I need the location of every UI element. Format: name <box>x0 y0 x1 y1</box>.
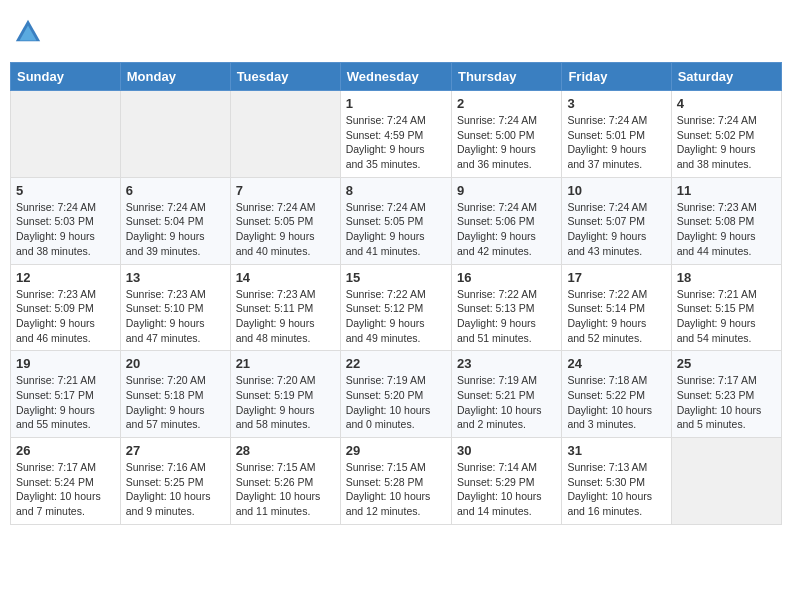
day-info: Sunrise: 7:24 AM Sunset: 5:07 PM Dayligh… <box>567 200 665 259</box>
calendar-cell: 14Sunrise: 7:23 AM Sunset: 5:11 PM Dayli… <box>230 264 340 351</box>
logo-icon <box>14 18 42 46</box>
day-info: Sunrise: 7:21 AM Sunset: 5:17 PM Dayligh… <box>16 373 115 432</box>
calendar-header-sunday: Sunday <box>11 63 121 91</box>
calendar-cell: 30Sunrise: 7:14 AM Sunset: 5:29 PM Dayli… <box>451 438 561 525</box>
calendar-cell <box>11 91 121 178</box>
day-number: 7 <box>236 183 335 198</box>
day-number: 14 <box>236 270 335 285</box>
calendar-cell: 22Sunrise: 7:19 AM Sunset: 5:20 PM Dayli… <box>340 351 451 438</box>
calendar-cell: 17Sunrise: 7:22 AM Sunset: 5:14 PM Dayli… <box>562 264 671 351</box>
page-header <box>10 10 782 54</box>
calendar-header-row: SundayMondayTuesdayWednesdayThursdayFrid… <box>11 63 782 91</box>
day-info: Sunrise: 7:17 AM Sunset: 5:23 PM Dayligh… <box>677 373 776 432</box>
calendar-cell: 24Sunrise: 7:18 AM Sunset: 5:22 PM Dayli… <box>562 351 671 438</box>
calendar-cell: 3Sunrise: 7:24 AM Sunset: 5:01 PM Daylig… <box>562 91 671 178</box>
day-number: 24 <box>567 356 665 371</box>
day-info: Sunrise: 7:24 AM Sunset: 5:00 PM Dayligh… <box>457 113 556 172</box>
calendar-cell: 1Sunrise: 7:24 AM Sunset: 4:59 PM Daylig… <box>340 91 451 178</box>
calendar-cell: 2Sunrise: 7:24 AM Sunset: 5:00 PM Daylig… <box>451 91 561 178</box>
calendar-cell: 16Sunrise: 7:22 AM Sunset: 5:13 PM Dayli… <box>451 264 561 351</box>
calendar-cell: 4Sunrise: 7:24 AM Sunset: 5:02 PM Daylig… <box>671 91 781 178</box>
day-number: 15 <box>346 270 446 285</box>
day-info: Sunrise: 7:14 AM Sunset: 5:29 PM Dayligh… <box>457 460 556 519</box>
calendar-week-row: 1Sunrise: 7:24 AM Sunset: 4:59 PM Daylig… <box>11 91 782 178</box>
day-number: 20 <box>126 356 225 371</box>
day-number: 26 <box>16 443 115 458</box>
day-info: Sunrise: 7:21 AM Sunset: 5:15 PM Dayligh… <box>677 287 776 346</box>
day-info: Sunrise: 7:17 AM Sunset: 5:24 PM Dayligh… <box>16 460 115 519</box>
calendar-header-tuesday: Tuesday <box>230 63 340 91</box>
day-info: Sunrise: 7:18 AM Sunset: 5:22 PM Dayligh… <box>567 373 665 432</box>
day-number: 4 <box>677 96 776 111</box>
day-number: 11 <box>677 183 776 198</box>
calendar-cell: 15Sunrise: 7:22 AM Sunset: 5:12 PM Dayli… <box>340 264 451 351</box>
day-number: 19 <box>16 356 115 371</box>
day-info: Sunrise: 7:24 AM Sunset: 5:04 PM Dayligh… <box>126 200 225 259</box>
calendar-cell: 6Sunrise: 7:24 AM Sunset: 5:04 PM Daylig… <box>120 177 230 264</box>
calendar-cell: 26Sunrise: 7:17 AM Sunset: 5:24 PM Dayli… <box>11 438 121 525</box>
day-info: Sunrise: 7:23 AM Sunset: 5:09 PM Dayligh… <box>16 287 115 346</box>
calendar-cell: 18Sunrise: 7:21 AM Sunset: 5:15 PM Dayli… <box>671 264 781 351</box>
calendar-cell: 31Sunrise: 7:13 AM Sunset: 5:30 PM Dayli… <box>562 438 671 525</box>
day-info: Sunrise: 7:23 AM Sunset: 5:08 PM Dayligh… <box>677 200 776 259</box>
calendar-cell <box>230 91 340 178</box>
day-info: Sunrise: 7:20 AM Sunset: 5:18 PM Dayligh… <box>126 373 225 432</box>
calendar-cell: 8Sunrise: 7:24 AM Sunset: 5:05 PM Daylig… <box>340 177 451 264</box>
calendar-cell: 23Sunrise: 7:19 AM Sunset: 5:21 PM Dayli… <box>451 351 561 438</box>
calendar-cell: 21Sunrise: 7:20 AM Sunset: 5:19 PM Dayli… <box>230 351 340 438</box>
day-info: Sunrise: 7:20 AM Sunset: 5:19 PM Dayligh… <box>236 373 335 432</box>
day-info: Sunrise: 7:24 AM Sunset: 5:01 PM Dayligh… <box>567 113 665 172</box>
day-number: 16 <box>457 270 556 285</box>
calendar-cell <box>120 91 230 178</box>
day-number: 6 <box>126 183 225 198</box>
day-info: Sunrise: 7:24 AM Sunset: 5:05 PM Dayligh… <box>346 200 446 259</box>
day-info: Sunrise: 7:22 AM Sunset: 5:14 PM Dayligh… <box>567 287 665 346</box>
day-info: Sunrise: 7:24 AM Sunset: 5:02 PM Dayligh… <box>677 113 776 172</box>
calendar-cell: 27Sunrise: 7:16 AM Sunset: 5:25 PM Dayli… <box>120 438 230 525</box>
day-number: 29 <box>346 443 446 458</box>
day-number: 17 <box>567 270 665 285</box>
day-number: 1 <box>346 96 446 111</box>
calendar-cell: 29Sunrise: 7:15 AM Sunset: 5:28 PM Dayli… <box>340 438 451 525</box>
calendar-cell: 9Sunrise: 7:24 AM Sunset: 5:06 PM Daylig… <box>451 177 561 264</box>
day-info: Sunrise: 7:23 AM Sunset: 5:10 PM Dayligh… <box>126 287 225 346</box>
calendar-cell: 7Sunrise: 7:24 AM Sunset: 5:05 PM Daylig… <box>230 177 340 264</box>
calendar-week-row: 19Sunrise: 7:21 AM Sunset: 5:17 PM Dayli… <box>11 351 782 438</box>
calendar-header-friday: Friday <box>562 63 671 91</box>
day-number: 2 <box>457 96 556 111</box>
calendar-week-row: 26Sunrise: 7:17 AM Sunset: 5:24 PM Dayli… <box>11 438 782 525</box>
day-number: 5 <box>16 183 115 198</box>
calendar-cell <box>671 438 781 525</box>
calendar-header-thursday: Thursday <box>451 63 561 91</box>
calendar-week-row: 12Sunrise: 7:23 AM Sunset: 5:09 PM Dayli… <box>11 264 782 351</box>
day-number: 21 <box>236 356 335 371</box>
day-number: 27 <box>126 443 225 458</box>
day-info: Sunrise: 7:23 AM Sunset: 5:11 PM Dayligh… <box>236 287 335 346</box>
day-info: Sunrise: 7:22 AM Sunset: 5:12 PM Dayligh… <box>346 287 446 346</box>
day-info: Sunrise: 7:24 AM Sunset: 4:59 PM Dayligh… <box>346 113 446 172</box>
calendar-cell: 11Sunrise: 7:23 AM Sunset: 5:08 PM Dayli… <box>671 177 781 264</box>
day-info: Sunrise: 7:24 AM Sunset: 5:03 PM Dayligh… <box>16 200 115 259</box>
day-number: 23 <box>457 356 556 371</box>
day-number: 30 <box>457 443 556 458</box>
calendar-header-wednesday: Wednesday <box>340 63 451 91</box>
day-number: 31 <box>567 443 665 458</box>
day-info: Sunrise: 7:16 AM Sunset: 5:25 PM Dayligh… <box>126 460 225 519</box>
day-number: 10 <box>567 183 665 198</box>
day-info: Sunrise: 7:24 AM Sunset: 5:05 PM Dayligh… <box>236 200 335 259</box>
day-info: Sunrise: 7:15 AM Sunset: 5:26 PM Dayligh… <box>236 460 335 519</box>
calendar-cell: 28Sunrise: 7:15 AM Sunset: 5:26 PM Dayli… <box>230 438 340 525</box>
calendar-cell: 20Sunrise: 7:20 AM Sunset: 5:18 PM Dayli… <box>120 351 230 438</box>
day-number: 25 <box>677 356 776 371</box>
day-info: Sunrise: 7:19 AM Sunset: 5:20 PM Dayligh… <box>346 373 446 432</box>
day-number: 12 <box>16 270 115 285</box>
calendar-cell: 25Sunrise: 7:17 AM Sunset: 5:23 PM Dayli… <box>671 351 781 438</box>
calendar-table: SundayMondayTuesdayWednesdayThursdayFrid… <box>10 62 782 525</box>
calendar-header-saturday: Saturday <box>671 63 781 91</box>
day-number: 28 <box>236 443 335 458</box>
day-info: Sunrise: 7:24 AM Sunset: 5:06 PM Dayligh… <box>457 200 556 259</box>
day-number: 18 <box>677 270 776 285</box>
calendar-cell: 10Sunrise: 7:24 AM Sunset: 5:07 PM Dayli… <box>562 177 671 264</box>
logo <box>14 18 46 46</box>
day-info: Sunrise: 7:19 AM Sunset: 5:21 PM Dayligh… <box>457 373 556 432</box>
